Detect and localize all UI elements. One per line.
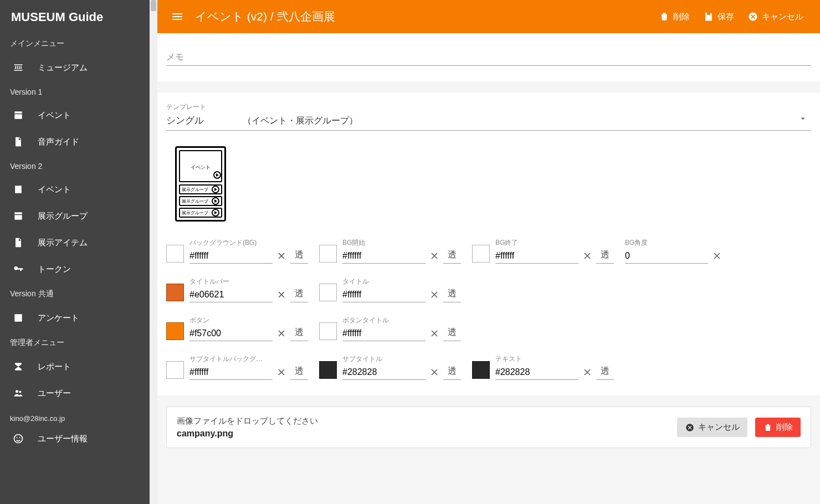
color-field: BG終了透 (472, 238, 614, 264)
sidebar-item-v2-token[interactable]: トークン (0, 256, 150, 282)
drop-hint: 画像ファイルをドロップしてください (177, 416, 669, 426)
alpha-input[interactable]: 透 (290, 325, 308, 341)
template-label: テンプレート (166, 102, 811, 112)
color-row: ボタン透ボタンタイトル透 (166, 316, 811, 341)
sigma-icon (12, 361, 24, 373)
svg-point-3 (17, 437, 18, 438)
color-input[interactable] (495, 249, 578, 264)
color-field: サブタイトルバックグ…透 (166, 354, 308, 380)
sidebar-item-label: アンケート (38, 313, 79, 323)
alpha-input[interactable]: 透 (290, 363, 308, 380)
sidebar-item-v2-group[interactable]: 展示グループ (0, 203, 150, 229)
color-input[interactable] (495, 365, 578, 380)
drop-cancel-button[interactable]: キャンセル (677, 418, 747, 437)
alpha-input[interactable]: 透 (443, 247, 461, 264)
template-preview: イベント 展示グループ 展示グループ 展示グループ (175, 146, 226, 222)
color-input[interactable] (342, 326, 426, 341)
sidebar-item-label: 展示グループ (38, 211, 88, 222)
field-label: ボタン (189, 316, 273, 325)
drop-filename: campany.png (177, 429, 669, 439)
save-button[interactable]: 保存 (696, 7, 741, 27)
field-label: BG角度 (625, 238, 708, 248)
sidebar-item-label: 音声ガイド (38, 137, 79, 147)
color-input[interactable] (189, 365, 273, 380)
sidebar-item-v2-event[interactable]: イベント (0, 176, 150, 203)
alpha-input[interactable]: 透 (443, 363, 461, 380)
alpha-input[interactable]: 透 (443, 325, 461, 341)
color-swatch[interactable] (166, 322, 184, 340)
scrollbar-thumb[interactable] (151, 0, 156, 11)
clear-icon[interactable] (429, 250, 440, 261)
color-swatch[interactable] (472, 245, 490, 263)
menu-button[interactable] (165, 4, 189, 29)
clear-icon[interactable] (276, 289, 287, 300)
sidebar-item-v2-item[interactable]: 展示アイテム (0, 229, 150, 256)
alpha-input[interactable]: 透 (596, 247, 614, 264)
sidebar-item-museum[interactable]: ミュージアム (0, 54, 150, 81)
clear-icon[interactable] (582, 250, 593, 261)
color-input[interactable] (189, 249, 273, 264)
sidebar-item-userinfo[interactable]: ユーザー情報 (0, 425, 150, 452)
museum-icon (12, 61, 24, 74)
smile-icon (12, 433, 24, 445)
clear-icon[interactable] (582, 367, 593, 378)
sidebar-item-report[interactable]: レポート (0, 353, 150, 380)
event-icon (12, 109, 24, 121)
color-row: タイトルバー透タイトル透 (166, 277, 811, 302)
color-swatch[interactable] (319, 284, 337, 301)
field-label: タイトル (342, 277, 426, 286)
sidebar-heading-admin: 管理者メニュー (0, 331, 150, 353)
play-icon (212, 186, 219, 193)
sidebar-item-label: レポート (38, 362, 71, 372)
clear-icon[interactable] (276, 328, 287, 339)
play-icon (213, 171, 221, 179)
template-select[interactable]: シングル （イベント・展示グループ） (166, 114, 811, 131)
survey-icon (12, 312, 24, 324)
color-input[interactable] (189, 326, 273, 341)
delete-button[interactable]: 削除 (652, 7, 696, 27)
sidebar-item-survey[interactable]: アンケート (0, 305, 150, 331)
alpha-input[interactable]: 透 (290, 247, 308, 264)
drop-delete-button[interactable]: 削除 (755, 418, 801, 437)
color-field: BG角度 (625, 238, 722, 264)
alpha-input[interactable]: 透 (290, 286, 308, 302)
color-input[interactable] (342, 365, 426, 380)
clear-icon[interactable] (429, 367, 440, 378)
color-input[interactable] (189, 287, 273, 302)
cancel-button[interactable]: キャンセル (741, 7, 810, 27)
sidebar-heading-v2: Version 2 (0, 155, 150, 176)
key-icon (12, 263, 24, 275)
color-swatch[interactable] (166, 361, 184, 379)
sidebar-item-user[interactable]: ユーザー (0, 380, 150, 407)
alpha-input[interactable]: 透 (443, 286, 461, 302)
sidebar-heading-common: Version 共通 (0, 282, 150, 305)
color-input[interactable] (342, 249, 426, 264)
sidebar-item-v1-event[interactable]: イベント (0, 102, 150, 128)
color-swatch[interactable] (319, 245, 337, 263)
play-icon (212, 197, 219, 205)
color-swatch[interactable] (319, 322, 337, 340)
alpha-input[interactable]: 透 (596, 363, 614, 380)
color-swatch[interactable] (166, 284, 184, 301)
sidebar-item-v1-audio[interactable]: 音声ガイド (0, 128, 150, 155)
color-field: ボタン透 (166, 316, 308, 341)
color-input[interactable] (342, 287, 426, 302)
clear-icon[interactable] (429, 328, 440, 339)
calendar-icon (12, 183, 24, 196)
template-desc: （イベント・展示グループ） (243, 115, 788, 127)
app-title: MUSEUM Guide (0, 0, 150, 32)
clear-icon[interactable] (276, 367, 287, 378)
color-field: タイトルバー透 (166, 277, 308, 302)
clear-icon[interactable] (429, 289, 440, 300)
memo-input[interactable] (166, 49, 811, 66)
color-swatch[interactable] (166, 245, 184, 263)
color-swatch[interactable] (472, 361, 490, 379)
field-label: BG開始 (342, 238, 426, 248)
clear-icon[interactable] (711, 250, 722, 261)
color-row: バックグラウンド(BG)透BG開始透BG終了透BG角度 (166, 238, 811, 264)
scrollbar-track[interactable] (150, 0, 157, 504)
color-swatch[interactable] (319, 361, 337, 379)
file-icon (12, 136, 24, 148)
clear-icon[interactable] (276, 250, 287, 261)
color-input[interactable] (625, 249, 708, 264)
